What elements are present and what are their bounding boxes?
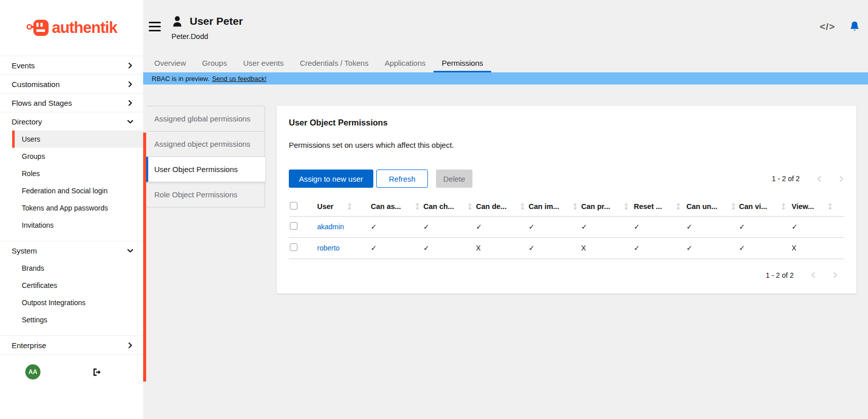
sidebar-item-certificates[interactable]: Certificates: [0, 277, 143, 294]
sidebar: authentik Events Customisation Flows and…: [0, 0, 143, 419]
main-area: User Peter Peter.Dodd </> Overview Group…: [143, 0, 868, 419]
column-header: Can de...: [476, 202, 506, 211]
card-title: User Object Permissions: [289, 118, 844, 128]
pagination-prev-icon[interactable]: [810, 272, 816, 278]
sidebar-item-system[interactable]: System: [0, 241, 143, 260]
pagination-next-icon[interactable]: [833, 272, 838, 278]
perm-cell: ✓: [476, 216, 529, 237]
avatar[interactable]: AA: [25, 364, 40, 380]
sidebar-item-label: Directory: [12, 117, 42, 126]
sort-icon[interactable]: [573, 203, 578, 210]
tab-assigned-global-permissions[interactable]: Assigned global permissions: [146, 106, 265, 132]
authentik-logo: authentik: [0, 0, 143, 56]
page-title: User Peter: [190, 15, 243, 27]
sidebar-item-label: Brands: [22, 264, 44, 272]
perm-cell: ✓: [581, 216, 634, 237]
column-header: Can pr...: [581, 202, 610, 211]
tab-groups[interactable]: Groups: [194, 53, 235, 72]
row-checkbox[interactable]: [290, 222, 297, 230]
sidebar-item-label: Enterprise: [12, 341, 46, 350]
sidebar-item-flows-and-stages[interactable]: Flows and Stages: [0, 94, 143, 112]
sidebar-item-label: Certificates: [22, 281, 57, 289]
assign-to-new-user-button[interactable]: Assign to new user: [289, 170, 373, 188]
sidebar-item-groups[interactable]: Groups: [0, 148, 143, 165]
card-description: Permissions set on users which affect th…: [289, 141, 844, 149]
sidebar-item-label: Federation and Social login: [22, 187, 108, 195]
perm-cell: ✓: [371, 216, 423, 237]
tab-credentials-tokens[interactable]: Credentials / Tokens: [292, 53, 377, 72]
sidebar-item-enterprise[interactable]: Enterprise: [0, 336, 143, 354]
sidebar-item-invitations[interactable]: Invitations: [0, 217, 143, 234]
sidebar-item-events[interactable]: Events: [0, 56, 143, 74]
sidebar-item-settings[interactable]: Settings: [0, 311, 143, 328]
sort-icon[interactable]: [520, 203, 525, 210]
sort-icon[interactable]: [624, 203, 629, 210]
sidebar-item-users[interactable]: Users: [12, 131, 143, 148]
perm-cell: ✓: [371, 237, 423, 259]
tab-assigned-object-permissions[interactable]: Assigned object permissions: [146, 132, 265, 157]
page-tabs: Overview Groups User events Credentials …: [143, 53, 868, 72]
table-row: roberto ✓ ✓ X ✓ X ✓ ✓ ✓ X: [289, 237, 844, 259]
api-browser-icon[interactable]: </>: [820, 21, 835, 32]
sort-icon[interactable]: [676, 203, 681, 210]
feedback-link[interactable]: Send us feedback!: [212, 75, 267, 82]
sidebar-item-brands[interactable]: Brands: [0, 260, 143, 277]
tab-permissions[interactable]: Permissions: [433, 53, 491, 72]
pagination-bottom: 1 - 2 of 2: [289, 267, 844, 281]
pagination-next-icon[interactable]: [839, 176, 844, 182]
banner-text: RBAC is in preview.: [152, 75, 209, 82]
tab-user-object-permissions[interactable]: User Object Permissions: [146, 157, 265, 182]
user-icon: [171, 15, 183, 28]
notifications-bell-icon[interactable]: [849, 21, 860, 32]
sidebar-nav: Events Customisation Flows and Stages Di…: [0, 56, 143, 355]
column-header: Can un...: [686, 202, 717, 211]
active-indicator-bar: [12, 131, 15, 148]
sort-icon[interactable]: [731, 203, 736, 210]
sort-icon[interactable]: [781, 203, 786, 210]
user-link[interactable]: akadmin: [317, 223, 344, 231]
tab-applications[interactable]: Applications: [376, 53, 433, 72]
tab-role-object-permissions[interactable]: Role Object Permissions: [146, 182, 265, 207]
sidebar-item-federation[interactable]: Federation and Social login: [0, 182, 143, 199]
sidebar-item-label: Events: [12, 61, 35, 70]
hamburger-menu-icon[interactable]: [149, 22, 161, 31]
tab-user-events[interactable]: User events: [235, 53, 292, 72]
page-header: User Peter Peter.Dodd: [171, 15, 243, 40]
user-link[interactable]: roberto: [317, 244, 339, 252]
sidebar-item-roles[interactable]: Roles: [0, 165, 143, 182]
pagination-prev-icon[interactable]: [816, 176, 822, 182]
sidebar-item-label: Users: [22, 135, 40, 143]
column-header: Reset ...: [634, 202, 662, 211]
content-area: Assigned global permissions Assigned obj…: [143, 85, 868, 294]
sidebar-item-tokens[interactable]: Tokens and App passwords: [0, 199, 143, 217]
sidebar-item-label: Customisation: [12, 80, 60, 89]
perm-cell: X: [792, 237, 844, 259]
perm-cell: ✓: [529, 216, 581, 237]
sign-out-icon[interactable]: [93, 368, 102, 376]
perm-cell: ✓: [423, 237, 476, 259]
sidebar-item-customisation[interactable]: Customisation: [0, 75, 143, 93]
sidebar-item-label: Outpost Integrations: [22, 299, 85, 307]
sidebar-item-label: System: [12, 246, 37, 255]
authentik-logo-icon: [26, 19, 50, 37]
sidebar-item-outpost-integrations[interactable]: Outpost Integrations: [0, 294, 143, 311]
sort-icon[interactable]: [415, 203, 420, 210]
refresh-button[interactable]: Refresh: [376, 170, 428, 188]
sidebar-item-directory[interactable]: Directory: [0, 112, 143, 131]
column-header: Can as...: [371, 202, 401, 211]
row-checkbox[interactable]: [290, 243, 297, 251]
sort-icon[interactable]: [828, 203, 833, 210]
select-all-checkbox[interactable]: [290, 202, 297, 210]
pagination-label: 1 - 2 of 2: [766, 271, 794, 279]
tab-overview[interactable]: Overview: [146, 53, 194, 72]
sidebar-footer: AA: [0, 357, 143, 387]
authentik-logo-text: authentik: [52, 19, 117, 37]
sort-icon[interactable]: [467, 203, 472, 210]
column-header: Can vi...: [739, 202, 767, 211]
sort-icon[interactable]: [347, 203, 352, 210]
user-object-permissions-card: User Object Permissions Permissions set …: [277, 106, 856, 294]
scrollbar-thumb[interactable]: [143, 133, 146, 382]
perm-cell: ✓: [739, 237, 792, 259]
sidebar-item-label: Flows and Stages: [12, 99, 72, 107]
toolbar: Assign to new user Refresh Delete 1 - 2 …: [289, 170, 844, 188]
